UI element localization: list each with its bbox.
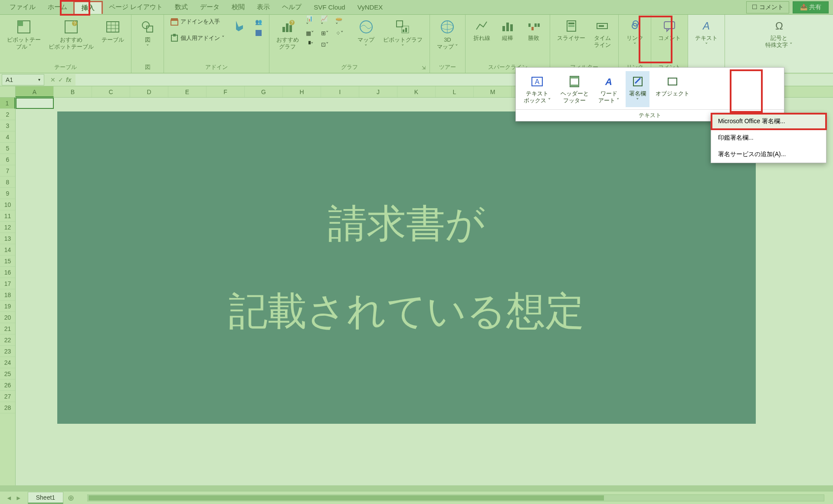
enter-formula-icon[interactable]: ✓ <box>58 76 63 83</box>
row-header[interactable]: 20 <box>0 312 15 323</box>
visio-addin[interactable] <box>253 28 265 38</box>
tab-svf-cloud[interactable]: SVF Cloud <box>308 1 351 13</box>
row-header[interactable]: 14 <box>0 244 15 255</box>
name-box[interactable]: A1 ▾ <box>2 74 44 85</box>
tab-help[interactable]: ヘルプ <box>276 0 308 14</box>
col-header[interactable]: E <box>168 86 207 97</box>
sparkline-column-button[interactable]: 縦棒 <box>496 16 519 43</box>
col-header[interactable]: H <box>283 86 321 97</box>
combo-chart-button[interactable]: ⊡˅ <box>319 39 331 49</box>
row-header[interactable]: 21 <box>0 323 15 334</box>
maps-button[interactable]: マップ ˅ <box>354 16 378 52</box>
column-chart-button[interactable]: 📊˅ <box>304 16 316 27</box>
row-header[interactable]: 16 <box>0 267 15 278</box>
header-footer-button[interactable]: ヘッダーと フッター <box>557 71 592 107</box>
row-header[interactable]: 19 <box>0 301 15 312</box>
row-header[interactable]: 11 <box>0 210 15 222</box>
pivot-chart-button[interactable]: ピボットグラフ ˅ <box>380 16 425 52</box>
row-header[interactable]: 24 <box>0 357 15 368</box>
share-button[interactable]: 📤 共有 <box>793 1 829 13</box>
row-header[interactable]: 3 <box>0 120 15 131</box>
link-button[interactable]: リンク ˅ <box>623 16 646 51</box>
add-signature-service-item[interactable]: 署名サービスの追加(A)... <box>711 146 826 163</box>
timeline-button[interactable]: タイム ライン <box>590 16 614 51</box>
sheet-nav-next[interactable]: ► <box>16 494 22 501</box>
text-dropdown-button[interactable]: A テキスト ˅ <box>692 16 720 51</box>
tab-data[interactable]: データ <box>194 0 226 14</box>
tab-review[interactable]: 校閲 <box>226 0 251 14</box>
col-header[interactable]: A <box>16 86 54 97</box>
col-header[interactable]: K <box>397 86 436 97</box>
row-header[interactable]: 13 <box>0 233 15 244</box>
3d-map-button[interactable]: 3D マップ ˅ <box>434 16 461 52</box>
tab-vyndex[interactable]: VyNDEX <box>351 1 389 13</box>
tab-formulas[interactable]: 数式 <box>169 0 194 14</box>
row-header[interactable]: 27 <box>0 391 15 402</box>
pie-chart-button[interactable]: 🥧˅ <box>334 16 346 27</box>
recommended-pivot-button[interactable]: ? おすすめ ピボットテーブル <box>46 16 96 52</box>
people-graph-addin[interactable]: 👥 <box>253 16 265 27</box>
scatter-chart-button[interactable]: ⁘˅ <box>334 28 346 38</box>
sparkline-winloss-button[interactable]: 勝敗 <box>522 16 545 43</box>
pivot-table-button[interactable]: ピボットテー ブル ˅ <box>4 16 43 52</box>
row-header[interactable]: 15 <box>0 255 15 267</box>
charts-dialog-launcher[interactable]: ⇲ <box>422 65 428 71</box>
waterfall-chart-button[interactable]: ▝˅ <box>304 39 316 49</box>
statistic-chart-button[interactable]: ⊞˅ <box>319 28 331 38</box>
fx-icon[interactable]: fx <box>66 76 71 83</box>
select-all-corner[interactable] <box>0 86 16 97</box>
col-header[interactable]: L <box>436 86 474 97</box>
illustrations-button[interactable]: 図 ˅ <box>136 16 159 52</box>
col-header[interactable]: D <box>130 86 168 97</box>
active-cell[interactable] <box>16 98 54 109</box>
row-header[interactable]: 8 <box>0 177 15 188</box>
line-chart-button[interactable]: 📈˅ <box>319 16 331 27</box>
row-header[interactable]: 6 <box>0 154 15 165</box>
row-header[interactable]: 5 <box>0 143 15 154</box>
row-header[interactable]: 22 <box>0 334 15 346</box>
row-header[interactable]: 26 <box>0 380 15 391</box>
col-header[interactable]: G <box>245 86 283 97</box>
bing-maps-addin[interactable] <box>229 16 250 36</box>
col-header[interactable]: C <box>92 86 130 97</box>
table-button[interactable]: テーブル <box>99 16 127 45</box>
row-header[interactable]: 18 <box>0 289 15 301</box>
recommended-charts-button[interactable]: ? おすすめ グラフ <box>274 16 302 52</box>
tab-file[interactable]: ファイル <box>3 0 42 14</box>
hierarchy-chart-button[interactable]: ▦˅ <box>304 28 316 38</box>
col-header[interactable]: I <box>321 86 359 97</box>
row-header[interactable]: 12 <box>0 222 15 233</box>
signature-line-button[interactable]: 署名欄 ˅ <box>626 71 649 107</box>
row-header[interactable]: 7 <box>0 165 15 177</box>
tab-view[interactable]: 表示 <box>251 0 276 14</box>
text-box-button[interactable]: A テキスト ボックス ˅ <box>520 71 554 107</box>
tab-home[interactable]: ホーム <box>42 0 73 14</box>
add-sheet-button[interactable]: ⊕ <box>63 493 79 503</box>
tab-page-layout[interactable]: ページ レイアウト <box>103 0 169 14</box>
sheet-nav-prev[interactable]: ◄ <box>6 494 12 501</box>
row-header[interactable]: 4 <box>0 131 15 143</box>
new-comment-button[interactable]: コメント <box>656 16 683 43</box>
col-header[interactable]: F <box>207 86 245 97</box>
symbol-button[interactable]: Ω 記号と 特殊文字 ˅ <box>763 16 795 51</box>
row-header[interactable]: 9 <box>0 188 15 199</box>
my-addins-button[interactable]: 個人用アドイン ˅ <box>168 33 226 43</box>
wordart-button[interactable]: A ワード アート ˅ <box>595 71 623 107</box>
comments-button[interactable]: ☐ コメント <box>746 1 789 13</box>
col-header[interactable]: B <box>54 86 92 97</box>
row-header[interactable]: 2 <box>0 109 15 120</box>
col-header[interactable]: M <box>474 86 512 97</box>
row-header[interactable]: 10 <box>0 199 15 210</box>
object-button[interactable]: オブジェクト <box>652 71 693 100</box>
scrollbar-thumb[interactable] <box>89 495 604 501</box>
ms-office-signature-item[interactable]: Microsoft Office 署名欄... <box>711 113 826 130</box>
row-header[interactable]: 1 <box>0 98 15 109</box>
row-header[interactable]: 23 <box>0 346 15 357</box>
stamp-signature-item[interactable]: 印鑑署名欄... <box>711 130 826 146</box>
slicer-button[interactable]: スライサー <box>554 16 588 43</box>
row-header[interactable]: 25 <box>0 368 15 380</box>
cancel-formula-icon[interactable]: ✕ <box>50 76 56 83</box>
get-addins-button[interactable]: アドインを入手 <box>168 16 226 27</box>
sparkline-line-button[interactable]: 折れ線 <box>470 16 493 43</box>
row-header[interactable]: 17 <box>0 278 15 289</box>
